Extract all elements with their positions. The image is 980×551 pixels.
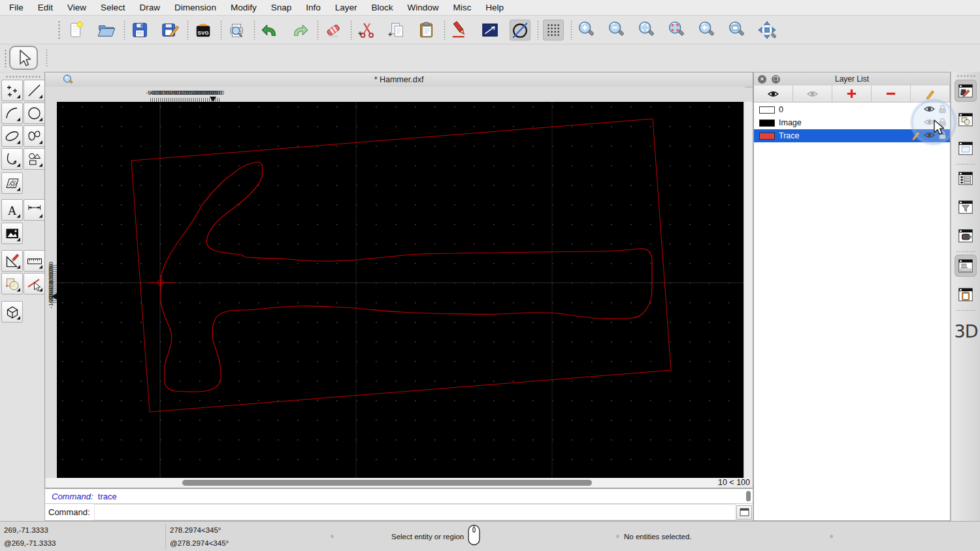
tool-button-modify[interactable] [1,250,23,272]
menu-help[interactable]: Help [485,3,504,12]
palette-drag-handle[interactable] [5,75,41,78]
toolbar-button-zoom-window[interactable] [727,20,747,40]
toolbar-button-save[interactable] [129,20,150,40]
toolbar-button-undo[interactable] [259,20,280,40]
menu-misc[interactable]: Misc [453,3,472,12]
document-title: * Hammer.dxf [45,75,753,84]
menu-select[interactable]: Select [101,3,125,12]
layer-toolbar-remove-layer-minus[interactable] [872,86,911,102]
dock-toggle-block-widget[interactable] [955,108,977,131]
toolbar-button-zoom-out[interactable] [606,20,627,40]
layer-toolbar-eye-none-gray[interactable] [793,86,832,102]
tool-button-ellipse[interactable] [1,125,23,147]
tool-button-points[interactable] [1,80,23,101]
toolbar-button-copy[interactable] [386,20,407,40]
vertical-scrollbar[interactable] [743,102,753,479]
toolbar-button-zoom-pan[interactable] [757,20,777,40]
drawing-window-titlebar[interactable]: * Hammer.dxf [45,72,753,87]
toolbar-button-pen-edit[interactable] [449,20,470,40]
command-detach-button[interactable] [736,505,752,520]
layer-row-trace[interactable]: Trace [754,129,950,142]
menu-window[interactable]: Window [408,3,439,12]
layer-edit-pencil-icon[interactable] [911,130,921,142]
layer-toolbar-edit-layer-pencil[interactable] [911,86,950,102]
toolbar-drag-handle[interactable] [57,20,61,40]
layer-row-image[interactable]: Image [754,116,950,129]
tool-button-hatch[interactable] [1,172,23,194]
dock-drag-handle[interactable] [956,74,976,78]
toolbar-button-zoom-redraw[interactable] [696,20,717,40]
menu-modify[interactable]: Modify [231,3,257,12]
menu-block[interactable]: Block [372,3,393,12]
toolbar-separator [123,20,125,40]
menu-dimension[interactable]: Dimension [174,3,216,12]
toolbar-drag-handle[interactable] [4,49,7,67]
toolbar-separator [537,20,539,40]
svg-export-icon: SVG [193,20,213,40]
layer-toolbar-eye-all[interactable] [754,86,793,102]
tool-button-spline[interactable] [24,125,45,147]
menu-draw[interactable]: Draw [140,3,161,12]
main-toolbar: SVG [0,16,980,44]
tool-button-measure[interactable] [24,250,45,272]
layer-lock-icon[interactable] [938,104,947,116]
dock-toggle-3d[interactable]: 3D [951,321,980,341]
dock-toggle-clipboard-widget[interactable] [955,283,977,306]
layer-color-swatch [759,119,775,127]
horizontal-scrollbar[interactable] [46,478,717,488]
tool-button-dimension[interactable] [24,199,45,221]
history-scrollbar-thumb[interactable] [746,491,751,501]
tool-button-circle[interactable] [24,102,45,124]
layer-row-0[interactable]: 0 [754,103,950,116]
dock-toggle-device-widget[interactable] [955,225,977,247]
layer-toolbar-add-layer-plus[interactable] [832,86,872,102]
toolbar-button-eraser[interactable] [323,20,344,40]
toolbar-separator [187,20,189,40]
toolbar-button-new-file[interactable] [66,20,87,40]
zoom-previous-icon [667,20,687,40]
toolbar-button-cut[interactable] [356,20,377,40]
tool-button-select-entity[interactable] [24,273,45,294]
text-icon: A [4,202,21,219]
toolbar-button-save-as[interactable] [159,20,180,40]
command-input[interactable] [94,504,736,520]
toolbar-button-open-folder[interactable] [96,20,117,40]
dock-toggle-command-widget[interactable] [955,255,977,277]
layer-visibility-eye-icon[interactable] [923,104,936,116]
toolbar-button-zoom-auto[interactable] [636,20,657,40]
horizontal-scrollbar-thumb[interactable] [182,480,592,486]
menu-file[interactable]: File [9,3,24,12]
mouse-cursor [933,119,947,139]
toolbar-button-paste[interactable] [416,20,437,40]
tool-button-cube-3d[interactable] [1,301,23,323]
toolbar-button-print-preview[interactable] [226,20,247,40]
menu-snap[interactable]: Snap [271,3,292,12]
tool-button-shapes[interactable] [24,148,45,170]
menu-edit[interactable]: Edit [38,3,53,12]
tool-button-blocks[interactable] [1,273,23,294]
menu-info[interactable]: Info [306,3,321,12]
dock-toggle-layer-filter-widget[interactable] [955,196,977,218]
dock-toggle-layer-list-widget[interactable] [955,167,977,189]
toolbar-button-circle-attributes[interactable] [510,20,531,40]
drawing-canvas[interactable] [57,102,745,479]
ruler-corner [45,87,57,102]
clipboard-widget-icon [957,286,974,303]
toolbar-button-redo[interactable] [289,20,310,40]
tool-button-line[interactable] [24,80,45,101]
toolbar-button-zoom-previous[interactable] [666,20,687,40]
dock-toggle-library-widget[interactable] [955,137,977,159]
toolbar-button-zoom-in[interactable] [576,20,597,40]
tool-button-text[interactable]: A [1,199,23,221]
tool-button-polyline[interactable] [1,148,23,170]
dock-toggle-pen-widget[interactable] [955,80,977,102]
toolbar-button-grid-dots[interactable] [543,20,564,40]
cube-3d-icon [4,304,21,321]
toolbar-button-line-attributes[interactable] [480,20,500,40]
tool-button-image[interactable] [1,223,23,244]
menu-layer[interactable]: Layer [335,3,357,12]
tool-button-arc[interactable] [1,102,23,124]
menu-view[interactable]: View [67,3,86,12]
selection-arrow-button[interactable] [9,46,38,70]
toolbar-button-svg-export[interactable]: SVG [193,20,214,40]
